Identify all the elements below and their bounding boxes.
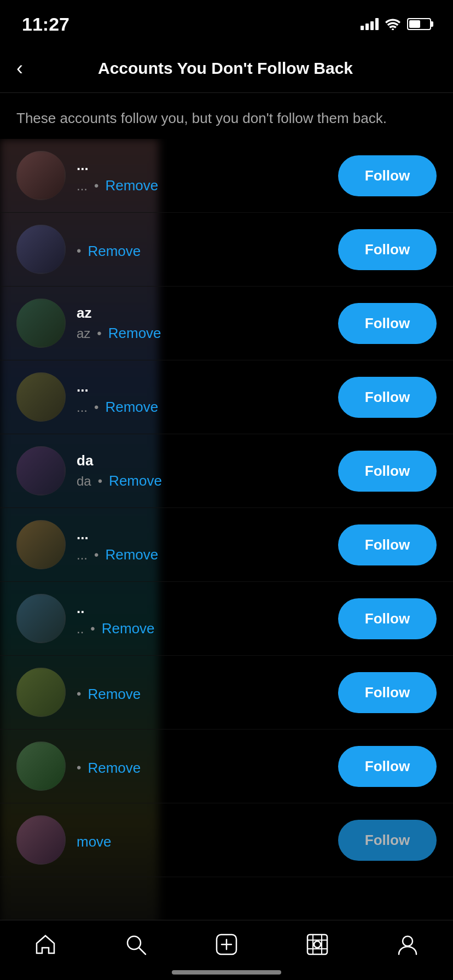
account-meta: da • Remove	[77, 472, 327, 489]
account-item: • Remove Follow	[0, 656, 453, 730]
avatar	[16, 668, 66, 717]
dot-separator: •	[77, 243, 81, 259]
signal-icon	[361, 18, 379, 30]
dot-separator: •	[90, 621, 95, 637]
account-info: move	[66, 830, 338, 850]
account-meta: • Remove	[77, 760, 327, 777]
remove-button[interactable]: Remove	[109, 472, 162, 489]
account-info: • Remove	[66, 756, 338, 777]
avatar	[16, 299, 66, 348]
account-info: • Remove	[66, 682, 338, 703]
avatar	[16, 151, 66, 200]
avatar	[16, 520, 66, 569]
account-info: ... ... • Remove	[66, 378, 338, 416]
remove-button[interactable]: Remove	[88, 686, 141, 703]
account-name: da	[77, 452, 327, 469]
dot-separator: •	[94, 400, 98, 415]
account-item: ... ... • Remove Follow	[0, 508, 453, 582]
nav-home[interactable]	[0, 931, 91, 958]
wifi-icon	[385, 18, 400, 30]
account-name: ...	[77, 157, 327, 174]
reels-icon	[304, 931, 331, 958]
account-item: ... ... • Remove Follow	[0, 360, 453, 434]
account-info: .. .. • Remove	[66, 600, 338, 637]
account-username: az	[77, 326, 90, 341]
follow-button[interactable]: Follow	[338, 451, 437, 492]
nav-search[interactable]	[91, 931, 182, 958]
account-item: az az • Remove Follow	[0, 287, 453, 360]
dot-separator: •	[94, 547, 98, 563]
avatar	[16, 372, 66, 422]
status-bar: 11:27	[0, 0, 453, 44]
dot-separator: •	[77, 760, 81, 775]
account-username: ...	[77, 547, 88, 563]
account-info: az az • Remove	[66, 305, 338, 342]
account-info: ... ... • Remove	[66, 157, 338, 194]
follow-button[interactable]: Follow	[338, 303, 437, 344]
status-icons	[361, 18, 431, 30]
account-name: ...	[77, 378, 327, 395]
follow-button[interactable]: Follow	[338, 377, 437, 418]
remove-button[interactable]: Remove	[88, 760, 141, 777]
avatar	[16, 225, 66, 274]
profile-icon	[394, 931, 421, 958]
account-meta: ... • Remove	[77, 399, 327, 416]
follow-button[interactable]: Follow	[338, 524, 437, 565]
remove-button[interactable]: Remove	[108, 325, 161, 342]
account-meta: az • Remove	[77, 325, 327, 342]
nav-reels[interactable]	[272, 931, 363, 958]
account-username: ...	[77, 178, 88, 194]
home-indicator	[172, 970, 281, 975]
avatar	[16, 446, 66, 495]
account-item: da da • Remove Follow	[0, 434, 453, 508]
svg-point-7	[314, 941, 321, 948]
remove-button[interactable]: Remove	[88, 243, 141, 260]
dot-separator: •	[98, 474, 102, 489]
avatar	[16, 742, 66, 791]
account-info: • Remove	[66, 240, 338, 260]
account-meta: ... • Remove	[77, 177, 327, 194]
account-username: ...	[77, 400, 88, 415]
account-meta: move	[77, 833, 327, 850]
account-info: da da • Remove	[66, 452, 338, 489]
follow-button[interactable]: Follow	[338, 746, 437, 787]
follow-button[interactable]: Follow	[338, 820, 437, 861]
follow-button[interactable]: Follow	[338, 229, 437, 270]
follow-button[interactable]: Follow	[338, 598, 437, 639]
follow-button[interactable]: Follow	[338, 672, 437, 713]
svg-rect-6	[307, 935, 327, 954]
account-name: ...	[77, 526, 327, 543]
account-meta: .. • Remove	[77, 620, 327, 637]
nav-profile[interactable]	[362, 931, 453, 958]
header: ‹ Accounts You Don't Follow Back	[0, 44, 453, 93]
remove-button[interactable]: Remove	[105, 399, 158, 416]
battery-icon	[407, 18, 431, 30]
page-title: Accounts You Don't Follow Back	[34, 59, 417, 78]
account-list: ... ... • Remove Follow • Remove Follow	[0, 139, 453, 943]
dot-separator: •	[97, 326, 101, 341]
svg-line-2	[139, 948, 146, 954]
back-button[interactable]: ‹	[16, 59, 23, 78]
account-item: ... ... • Remove Follow	[0, 139, 453, 213]
account-username: da	[77, 474, 91, 489]
dot-separator: •	[94, 178, 98, 194]
dot-separator: •	[77, 686, 81, 702]
account-info: ... ... • Remove	[66, 526, 338, 563]
account-meta: • Remove	[77, 686, 327, 703]
remove-button[interactable]: Remove	[105, 177, 158, 194]
remove-button[interactable]: Remove	[102, 620, 155, 637]
account-meta: ... • Remove	[77, 546, 327, 563]
svg-point-12	[403, 936, 413, 946]
account-meta: • Remove	[77, 243, 327, 260]
avatar	[16, 815, 66, 865]
home-icon	[32, 931, 59, 958]
remove-button[interactable]: move	[77, 833, 112, 850]
status-time: 11:27	[22, 14, 69, 35]
page-subtitle: These accounts follow you, but you don't…	[0, 93, 453, 139]
svg-point-0	[392, 28, 394, 30]
nav-create[interactable]	[181, 931, 272, 958]
account-name: az	[77, 305, 327, 322]
follow-button[interactable]: Follow	[338, 155, 437, 196]
account-item: • Remove Follow	[0, 213, 453, 287]
remove-button[interactable]: Remove	[105, 546, 158, 563]
